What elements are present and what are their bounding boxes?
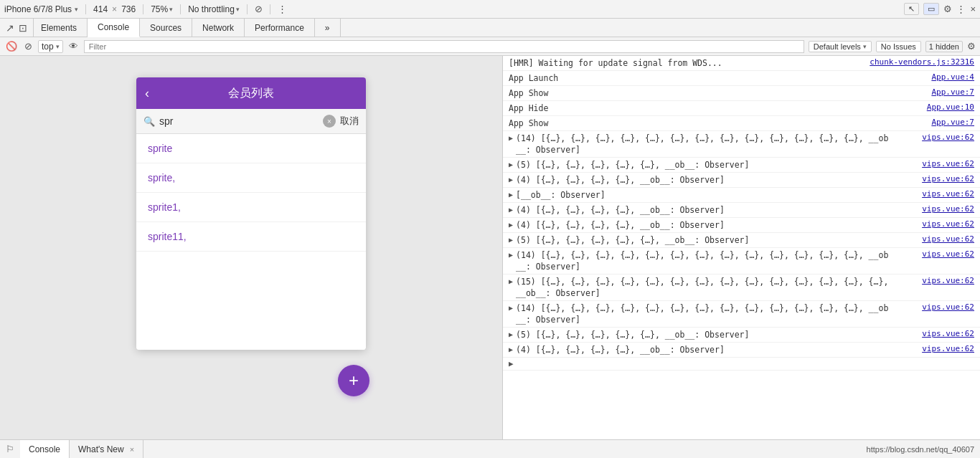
back-button[interactable]: ‹ bbox=[145, 86, 149, 101]
console-message: App Show bbox=[509, 87, 925, 99]
console-source-link[interactable]: App.vue:7 bbox=[931, 87, 974, 97]
console-row: [HMR] Waiting for update signal from WDS… bbox=[503, 56, 980, 71]
no-issues-label: No Issues bbox=[881, 42, 916, 51]
console-message: App Launch bbox=[509, 72, 925, 84]
whats-new-label: What's New bbox=[78, 444, 124, 454]
console-source-link[interactable]: chunk-vendors.js:32316 bbox=[870, 57, 974, 67]
tab-performance[interactable]: Performance bbox=[245, 19, 315, 37]
expand-arrow[interactable]: ▶ bbox=[509, 276, 513, 285]
settings-console-icon[interactable]: ⚙ bbox=[967, 41, 976, 52]
tab-network[interactable]: Network bbox=[192, 19, 245, 37]
no-issues-btn[interactable]: No Issues bbox=[876, 41, 921, 52]
console-message: (5) [{…}, {…}, {…}, {…}, {…}, __ob__: Ob… bbox=[516, 329, 916, 340]
console-message: (5) [{…}, {…}, {…}, {…}, {…}, __ob__: Ob… bbox=[516, 159, 916, 171]
search-icon: 🔍 bbox=[143, 116, 155, 127]
device-selector[interactable]: iPhone 6/7/8 Plus ▾ bbox=[4, 4, 78, 14]
zoom-selector[interactable]: 75% ▾ bbox=[151, 4, 173, 14]
zoom-chevron-icon: ▾ bbox=[169, 6, 173, 13]
console-row: ▶ (5) [{…}, {…}, {…}, {…}, {…}, __ob__: … bbox=[503, 233, 980, 248]
more-options-icon[interactable]: ⋮ bbox=[278, 4, 287, 14]
console-source-link[interactable]: vips.vue:62 bbox=[922, 219, 974, 229]
list-item[interactable]: sprite11, bbox=[136, 222, 366, 252]
console-source-link[interactable]: vips.vue:62 bbox=[922, 133, 974, 142]
throttling-selector[interactable]: No throttling ▾ bbox=[188, 4, 240, 14]
width-value[interactable]: 414 bbox=[93, 4, 108, 14]
console-source-link[interactable]: vips.vue:62 bbox=[922, 302, 974, 312]
inspect-icon[interactable]: ↗ bbox=[4, 21, 16, 35]
tab-overflow[interactable]: » bbox=[315, 19, 341, 37]
tab-console[interactable]: Console bbox=[88, 19, 140, 37]
console-panel: [HMR] Waiting for update signal from WDS… bbox=[502, 56, 980, 439]
capture-icon[interactable]: ⊘ bbox=[255, 4, 263, 14]
height-value[interactable]: 736 bbox=[121, 4, 136, 14]
console-row: ▶ (14) [{…}, {…}, {…}, {…}, {…}, {…}, {…… bbox=[503, 248, 980, 275]
close-devtools-icon[interactable]: × bbox=[970, 4, 976, 14]
console-source-link[interactable]: vips.vue:62 bbox=[922, 234, 974, 244]
settings-icon[interactable]: ⚙ bbox=[943, 4, 952, 14]
app-header: ‹ 会员列表 bbox=[136, 77, 366, 109]
expand-arrow[interactable]: ▶ bbox=[509, 234, 513, 244]
whats-new-close-icon[interactable]: × bbox=[130, 445, 134, 454]
console-row: ▶ (14) [{…}, {…}, {…}, {…}, {…}, {…}, {…… bbox=[503, 131, 980, 158]
top-selector[interactable]: top ▾ bbox=[38, 40, 63, 53]
hidden-badge: 1 hidden bbox=[925, 41, 963, 52]
expand-arrow[interactable]: ▶ bbox=[509, 174, 513, 183]
search-clear-btn[interactable]: × bbox=[323, 115, 336, 128]
pointer-icon[interactable]: ↖ bbox=[904, 3, 919, 15]
tab-elements[interactable]: Elements bbox=[34, 19, 88, 37]
console-source-link[interactable]: vips.vue:62 bbox=[922, 329, 974, 338]
console-row: App Show App.vue:7 bbox=[503, 116, 980, 131]
console-source-link[interactable]: vips.vue:62 bbox=[922, 276, 974, 285]
list-item[interactable]: sprite1, bbox=[136, 193, 366, 222]
device-toolbar: iPhone 6/7/8 Plus ▾ 414 × 736 75% ▾ No t… bbox=[0, 0, 980, 19]
console-icon[interactable]: ⊡ bbox=[17, 21, 29, 35]
main-content: ‹ 会员列表 🔍 × 取消 sprite sprite, sprite1, sp… bbox=[0, 56, 980, 439]
app-title: 会员列表 bbox=[228, 86, 274, 101]
bottom-tab-whats-new[interactable]: What's New × bbox=[70, 440, 143, 458]
fab-button[interactable]: + bbox=[338, 365, 369, 396]
tab-sources[interactable]: Sources bbox=[140, 19, 192, 37]
expand-arrow[interactable]: ▶ bbox=[509, 329, 513, 338]
expand-arrow[interactable]: ▶ bbox=[509, 204, 513, 214]
app-list: sprite sprite, sprite1, sprite11, bbox=[136, 134, 366, 350]
console-source-link[interactable]: App.vue:10 bbox=[927, 102, 974, 112]
search-cancel-btn[interactable]: 取消 bbox=[340, 115, 359, 128]
console-source-link[interactable]: vips.vue:62 bbox=[922, 344, 974, 353]
console-message: (4) [{…}, {…}, {…}, {…}, __ob__: Observe… bbox=[516, 219, 916, 231]
search-input[interactable] bbox=[159, 115, 319, 127]
expand-arrow[interactable]: ▶ bbox=[509, 249, 513, 259]
console-source-link[interactable]: vips.vue:62 bbox=[922, 204, 974, 214]
expand-arrow[interactable]: ▶ bbox=[509, 302, 513, 312]
expand-arrow[interactable]: ▶ bbox=[509, 344, 513, 353]
console-source-link[interactable]: vips.vue:62 bbox=[922, 159, 974, 168]
phone-simulator: ‹ 会员列表 🔍 × 取消 sprite sprite, sprite1, sp… bbox=[0, 56, 502, 439]
console-source-link[interactable]: vips.vue:62 bbox=[922, 249, 974, 259]
console-source-link[interactable]: vips.vue:62 bbox=[922, 189, 974, 199]
console-message: App Show bbox=[509, 118, 925, 129]
filter-icon[interactable]: ⊘ bbox=[23, 39, 34, 53]
clear-console-icon[interactable]: 🚫 bbox=[4, 39, 19, 53]
console-row: ▶ (14) [{…}, {…}, {…}, {…}, {…}, {…}, {…… bbox=[503, 301, 980, 328]
bottom-tab-console[interactable]: Console bbox=[20, 440, 70, 458]
list-item[interactable]: sprite bbox=[136, 134, 366, 163]
app-frame: ‹ 会员列表 🔍 × 取消 sprite sprite, sprite1, sp… bbox=[136, 77, 366, 350]
expand-arrow[interactable]: ▶ bbox=[509, 189, 513, 199]
console-source-link[interactable]: App.vue:4 bbox=[931, 72, 974, 82]
top-chevron-icon: ▾ bbox=[56, 43, 60, 50]
console-status: No Issues 1 hidden ⚙ bbox=[876, 41, 976, 52]
filter-input[interactable] bbox=[84, 40, 804, 53]
divider-4 bbox=[247, 4, 248, 14]
more-icon[interactable]: ⋮ bbox=[956, 4, 966, 14]
bottom-tab-icon[interactable]: ⚐ bbox=[0, 444, 20, 454]
expand-arrow[interactable]: ▶ bbox=[509, 219, 513, 229]
expand-arrow[interactable]: ▶ bbox=[509, 159, 513, 168]
default-levels-btn[interactable]: Default levels ▾ bbox=[809, 41, 872, 52]
eye-icon[interactable]: 👁 bbox=[67, 39, 80, 53]
console-row: ▶ (5) [{…}, {…}, {…}, {…}, {…}, __ob__: … bbox=[503, 328, 980, 343]
console-source-link[interactable]: vips.vue:62 bbox=[922, 174, 974, 183]
list-item[interactable]: sprite, bbox=[136, 163, 366, 193]
divider-2 bbox=[143, 4, 143, 14]
device-frame-icon[interactable]: ▭ bbox=[923, 3, 939, 15]
console-source-link[interactable]: App.vue:7 bbox=[931, 118, 974, 127]
expand-arrow[interactable]: ▶ bbox=[509, 133, 513, 142]
